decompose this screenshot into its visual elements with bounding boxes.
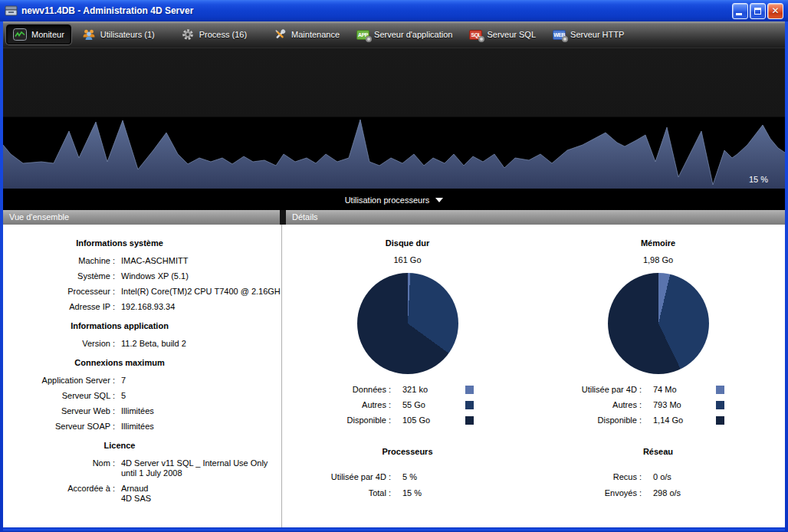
cpu-usage-chart: 15 % [3, 48, 785, 190]
disk-total: 161 Go [282, 255, 533, 265]
disk-title: Disque dur [282, 238, 533, 248]
maximize-icon [754, 8, 761, 15]
cpu-usage-value: 15 % [749, 175, 768, 184]
section-title-informations-systeme: Informations système [3, 238, 236, 248]
section-title-connexions-maximum: Connexions maximum [3, 358, 236, 368]
memory-title: Mémoire [533, 238, 783, 248]
info-row-adresse-ip: Adresse IP : 192.168.93.34 [3, 302, 281, 312]
users-icon [82, 28, 96, 41]
disk-legend: Données : 321 ko Autres : 55 Go Disponib… [282, 385, 533, 425]
info-row-licence-accordee: Accordée à : Arnaud 4D SAS [3, 484, 281, 504]
close-icon: ✕ [771, 6, 779, 15]
info-row-version: Version : 11.2 Beta, build 2 [3, 339, 281, 349]
network-title: Réseau [533, 447, 783, 457]
toolbar-button-serveur-sql[interactable]: SQL Serveur SQL [463, 25, 542, 44]
toolbar-button-utilisateurs[interactable]: Utilisateurs (1) [76, 25, 161, 44]
legend-swatch [716, 401, 724, 409]
disk-column: Disque dur 161 Go Données : 321 ko Autre… [282, 229, 533, 527]
toolbar-label: Utilisateurs (1) [100, 30, 155, 39]
info-row-systeme: Système : Windows XP (5.1) [3, 271, 281, 281]
stat-row-cpu-total: Total : 15 % [282, 488, 533, 498]
memory-total: 1,98 Go [533, 255, 783, 265]
overview-panel: Informations système Machine : IMAC-ASCH… [3, 225, 282, 527]
toolbar-button-maintenance[interactable]: Maintenance [267, 25, 346, 44]
info-row-serveur-sql: Serveur SQL : 5 [3, 391, 281, 401]
details-panel: Disque dur 161 Go Données : 321 ko Autre… [282, 225, 785, 527]
overview-panel-header: Vue d'ensemble [3, 210, 280, 225]
toolbar-label: Process (16) [199, 30, 247, 39]
maximize-button[interactable] [750, 3, 766, 19]
sql-server-icon: SQL [469, 30, 482, 40]
stat-row-envoyes: Envoyés : 298 o/s [533, 488, 783, 498]
info-row-licence-nom: Nom : 4D Server v11 SQL _ Internal Use O… [3, 458, 281, 478]
legend-swatch [716, 416, 724, 425]
gear-icon [181, 28, 195, 41]
disk-pie-chart [357, 273, 458, 374]
chart-selector-dropdown[interactable]: Utilisation processeurs [3, 190, 785, 210]
tools-icon [273, 28, 287, 41]
cpu-usage-area [3, 48, 785, 190]
legend-row-disponible: Disponible : 105 Go [282, 415, 533, 425]
window-title: newv11.4DB - Administration 4D Server [21, 5, 732, 16]
info-row-machine: Machine : IMAC-ASCHMITT [3, 256, 281, 266]
legend-swatch [465, 401, 474, 409]
section-title-licence: Licence [3, 441, 236, 451]
toolbar-button-process[interactable]: Process (16) [175, 25, 253, 44]
legend-row-donnees: Données : 321 ko [282, 385, 533, 395]
app-server-icon: APP [356, 30, 369, 40]
minimize-button[interactable] [732, 3, 748, 19]
mini-gear-icon [562, 36, 568, 42]
mini-gear-icon [366, 36, 372, 42]
app-window: newv11.4DB - Administration 4D Server ✕ … [0, 0, 788, 532]
toolbar-button-serveur-http[interactable]: WEB Serveur HTTP [547, 25, 630, 44]
toolbar-button-moniteur[interactable]: Moniteur [6, 25, 71, 44]
stat-row-cpu-4d: Utilisée par 4D : 5 % [282, 472, 533, 482]
toolbar-label: Moniteur [31, 30, 64, 39]
processors-title: Processeurs [282, 447, 533, 457]
http-server-icon: WEB [553, 30, 566, 40]
close-button[interactable]: ✕ [767, 3, 783, 19]
legend-swatch [465, 416, 474, 425]
legend-swatch [716, 386, 724, 394]
minimize-icon [736, 13, 742, 15]
titlebar[interactable]: newv11.4DB - Administration 4D Server ✕ [0, 0, 788, 21]
toolbar-button-serveur-application[interactable]: APP Serveur d'application [350, 25, 458, 44]
legend-row-utilisee-4d: Utilisée par 4D : 74 Mo [533, 385, 783, 395]
legend-swatch [465, 386, 474, 394]
panel-headers: Vue d'ensemble Détails [3, 210, 785, 225]
memory-pie-chart [608, 273, 709, 374]
chart-selector-label: Utilisation processeurs [345, 195, 430, 205]
info-row-application-server: Application Server : 7 [3, 376, 281, 386]
chevron-down-icon [435, 198, 443, 202]
memory-legend: Utilisée par 4D : 74 Mo Autres : 793 Mo … [533, 385, 783, 425]
details-panel-header: Détails [286, 210, 785, 225]
monitor-chart-icon [13, 28, 27, 41]
toolbar-label: Serveur d'application [374, 30, 452, 39]
toolbar: Moniteur Utilisateurs (1) [3, 21, 785, 48]
memory-column: Mémoire 1,98 Go Utilisée par 4D : 74 Mo … [533, 229, 783, 527]
window-bottom-border [3, 527, 785, 532]
toolbar-label: Maintenance [291, 30, 340, 39]
legend-row-disponible: Disponible : 1,14 Go [533, 415, 783, 425]
toolbar-label: Serveur HTTP [570, 30, 624, 39]
info-row-serveur-soap: Serveur SOAP : Illimitées [3, 422, 281, 432]
info-row-processeur: Processeur : Intel(R) Core(TM)2 CPU T740… [3, 287, 281, 297]
stat-row-recus: Recus : 0 o/s [533, 472, 783, 482]
info-row-serveur-web: Serveur Web : Illimitées [3, 406, 281, 416]
app-icon [5, 5, 18, 17]
legend-row-autres: Autres : 55 Go [282, 400, 533, 410]
toolbar-label: Serveur SQL [487, 30, 536, 39]
section-title-informations-application: Informations application [3, 321, 236, 331]
window-controls: ✕ [732, 3, 783, 19]
mini-gear-icon [478, 36, 484, 42]
legend-row-autres: Autres : 793 Mo [533, 400, 783, 410]
